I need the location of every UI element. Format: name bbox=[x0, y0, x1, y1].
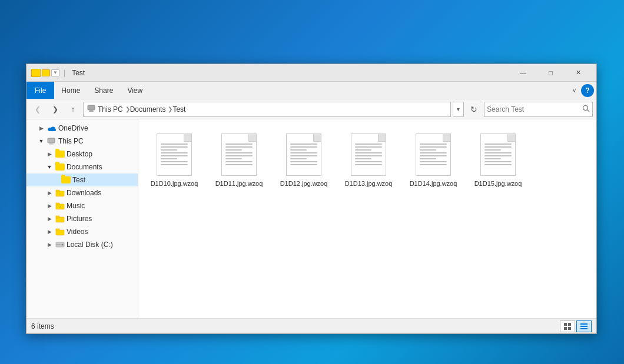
bc-arrow-1: ❯ bbox=[125, 106, 130, 112]
file-item[interactable]: D1D14.jpg.wzoq bbox=[407, 131, 460, 190]
file-name: D1D11.jpg.wzoq bbox=[215, 179, 263, 188]
svg-point-23 bbox=[62, 244, 64, 246]
doc-line bbox=[290, 143, 317, 145]
expand-arrow-thispc: ▼ bbox=[37, 137, 45, 145]
file-name: D1D14.jpg.wzoq bbox=[410, 179, 457, 188]
help-button[interactable]: ? bbox=[581, 84, 594, 97]
sidebar-item-desktop[interactable]: ▶ Desktop bbox=[26, 148, 138, 161]
title-bar: ▼ | Test — □ ✕ bbox=[26, 64, 596, 82]
doc-line bbox=[355, 155, 382, 156]
breadcrumb-this-pc[interactable]: This PC ❯ bbox=[98, 105, 130, 113]
back-button[interactable]: ❮ bbox=[30, 102, 45, 117]
view-details-button[interactable] bbox=[576, 320, 592, 332]
doc-line bbox=[225, 149, 242, 151]
nav-bar: ❮ ❯ ↑ This PC ❯ Documents ❯ Test ▼ bbox=[26, 99, 596, 119]
maximize-button[interactable]: □ bbox=[537, 64, 564, 82]
doc-line bbox=[290, 164, 317, 165]
expand-arrow-downloads: ▶ bbox=[45, 189, 54, 197]
file-explorer-window: ▼ | Test — □ ✕ File Home Share View ∨ ? … bbox=[26, 64, 597, 334]
sidebar-item-pictures[interactable]: ▶ Pictures bbox=[26, 212, 138, 225]
sidebar-item-documents[interactable]: ▼ Documents bbox=[26, 161, 138, 173]
close-button[interactable]: ✕ bbox=[565, 64, 592, 82]
doc-line bbox=[225, 143, 253, 145]
search-icon[interactable] bbox=[582, 105, 590, 114]
sidebar-item-localdisk[interactable]: ▶ Local Disk (C:) bbox=[26, 238, 138, 251]
sidebar-item-test[interactable]: Test bbox=[26, 173, 138, 186]
sidebar-item-music[interactable]: ▶ ♪ Music bbox=[26, 199, 138, 212]
title-folder-icon bbox=[31, 69, 41, 77]
test-folder-icon bbox=[61, 175, 71, 185]
menu-view[interactable]: View bbox=[120, 82, 150, 99]
breadcrumb-label-thispc: This PC bbox=[98, 105, 123, 113]
svg-rect-27 bbox=[564, 327, 567, 330]
minimize-button[interactable]: — bbox=[510, 64, 536, 82]
doc-line bbox=[161, 158, 177, 159]
file-item[interactable]: D1D13.jpg.wzoq bbox=[342, 131, 395, 190]
file-doc-lines bbox=[481, 143, 515, 165]
forward-arrow-icon: ❯ bbox=[52, 105, 58, 113]
svg-rect-19 bbox=[56, 216, 59, 218]
doc-line bbox=[420, 158, 436, 159]
sidebar-item-videos[interactable]: ▶ Videos bbox=[26, 225, 138, 238]
sidebar-item-thispc[interactable]: ▼ This PC bbox=[26, 135, 138, 148]
menu-share[interactable]: Share bbox=[87, 82, 120, 99]
expand-icon: ∨ bbox=[572, 87, 576, 93]
view-grid-button[interactable] bbox=[560, 320, 575, 332]
window-controls: — □ ✕ bbox=[510, 64, 592, 82]
breadcrumb-dropdown[interactable]: ▼ bbox=[453, 102, 464, 117]
forward-button[interactable]: ❯ bbox=[48, 102, 63, 117]
file-item[interactable]: D1D10.jpg.wzoq bbox=[148, 131, 201, 190]
svg-rect-21 bbox=[56, 229, 59, 231]
menu-expand[interactable]: ∨ bbox=[567, 87, 581, 93]
svg-rect-28 bbox=[568, 327, 571, 330]
expand-arrow-music: ▶ bbox=[45, 202, 54, 210]
title-arrow-icon[interactable]: ▼ bbox=[51, 69, 59, 76]
menu-file[interactable]: File bbox=[26, 82, 54, 99]
doc-line bbox=[225, 152, 253, 153]
doc-line bbox=[420, 143, 447, 145]
doc-line bbox=[484, 155, 512, 156]
sidebar-label-test: Test bbox=[72, 176, 85, 184]
pictures-icon bbox=[55, 214, 65, 223]
videos-icon bbox=[55, 227, 65, 236]
doc-line bbox=[355, 146, 382, 148]
sidebar-item-onedrive[interactable]: ▶ OneDrive bbox=[26, 122, 138, 135]
file-name: D1D13.jpg.wzoq bbox=[345, 179, 393, 188]
bc-arrow-2: ❯ bbox=[168, 106, 172, 112]
breadcrumb-documents[interactable]: Documents ❯ bbox=[130, 105, 173, 113]
file-item[interactable]: D1D12.jpg.wzoq bbox=[277, 131, 330, 190]
expand-arrow-documents: ▼ bbox=[45, 163, 54, 171]
doc-line bbox=[225, 164, 253, 165]
svg-rect-1 bbox=[89, 110, 93, 111]
search-input[interactable] bbox=[487, 105, 582, 113]
back-arrow-icon: ❮ bbox=[35, 105, 41, 113]
svg-rect-24 bbox=[57, 244, 61, 245]
doc-line bbox=[290, 155, 317, 156]
breadcrumb-test[interactable]: Test bbox=[172, 105, 185, 113]
svg-rect-0 bbox=[88, 105, 95, 110]
menu-home[interactable]: Home bbox=[54, 82, 87, 99]
onedrive-icon bbox=[47, 123, 57, 133]
file-grid: D1D10.jpg.wzoq D1D11.jpg.wzoq D1D12.jpg.… bbox=[138, 119, 596, 318]
window-title: Test bbox=[72, 69, 510, 77]
expand-arrow-test bbox=[54, 176, 59, 184]
refresh-button[interactable]: ↻ bbox=[466, 102, 482, 117]
up-button[interactable]: ↑ bbox=[65, 102, 81, 117]
doc-line bbox=[290, 146, 317, 148]
doc-line bbox=[161, 161, 188, 162]
doc-line bbox=[355, 158, 371, 159]
search-box[interactable] bbox=[484, 102, 593, 117]
doc-line bbox=[420, 149, 436, 151]
sidebar-item-downloads[interactable]: ▶ ↓ Downloads bbox=[26, 186, 138, 199]
up-arrow-icon: ↑ bbox=[71, 105, 75, 113]
doc-line bbox=[355, 152, 382, 153]
breadcrumb-bar[interactable]: This PC ❯ Documents ❯ Test bbox=[83, 102, 451, 117]
file-item[interactable]: D1D15.jpg.wzoq bbox=[472, 131, 525, 190]
file-area: D1D10.jpg.wzoq D1D11.jpg.wzoq D1D12.jpg.… bbox=[138, 119, 596, 318]
file-item[interactable]: D1D11.jpg.wzoq bbox=[213, 131, 265, 190]
doc-line bbox=[290, 152, 317, 153]
desktop-icon bbox=[55, 149, 65, 159]
file-doc-lines bbox=[416, 143, 450, 165]
downloads-icon: ↓ bbox=[55, 188, 65, 198]
doc-line bbox=[290, 158, 307, 159]
